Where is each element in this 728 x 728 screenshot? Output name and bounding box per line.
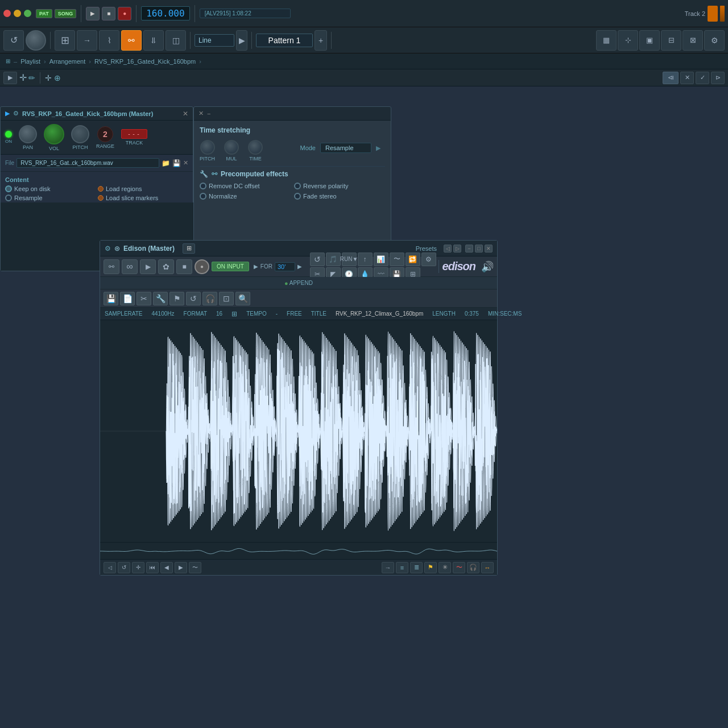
stop-button[interactable]: ■ [102, 7, 115, 20]
ts-mul-knob[interactable] [224, 140, 239, 155]
edison-next-btn[interactable]: ▷ [453, 245, 461, 253]
close-button[interactable] [3, 10, 11, 17]
range-display[interactable]: 2 [97, 126, 113, 142]
remove-dc-option[interactable]: Remove DC offset [200, 183, 291, 189]
breadcrumb-arrangement[interactable]: Arrangement [49, 58, 86, 65]
ed-stop-btn[interactable]: ■ [176, 259, 192, 274]
icon-btn-6[interactable]: ⚙ [704, 30, 725, 51]
keep-on-disk-option[interactable]: Keep on disk [5, 185, 96, 192]
speaker-icon[interactable]: 🔊 [481, 260, 494, 273]
sample-editor-expand[interactable]: ▶ [5, 110, 10, 117]
ed-link-btn[interactable]: ⚯ [104, 259, 119, 274]
ed-flower-btn[interactable]: ✿ [158, 259, 174, 274]
draw-icon[interactable]: ✏ [28, 73, 35, 82]
edison-waveform-display[interactable] [100, 320, 497, 542]
edison-prev-btn[interactable]: ◁ [444, 245, 452, 253]
ts-minimize[interactable]: − [207, 110, 210, 117]
mixer-button[interactable]: ◫ [166, 30, 186, 51]
ts-pitch-knob[interactable] [200, 140, 215, 155]
sample-editor-close[interactable]: ✕ [183, 110, 188, 118]
tool-flag[interactable]: ⚑ [169, 292, 184, 305]
edison-max-btn[interactable]: □ [475, 245, 483, 253]
load-regions-option[interactable]: Load regions [98, 185, 188, 192]
bottom-flag-btn[interactable]: ⚑ [424, 562, 437, 573]
folder-icon[interactable]: 📁 [162, 159, 170, 167]
ed-icon-tune[interactable]: ⚙ [421, 253, 436, 266]
edison-min-btn[interactable]: − [465, 245, 473, 253]
playlist-button[interactable]: ⊞ [55, 30, 75, 51]
tool-save[interactable]: 💾 [104, 292, 118, 305]
bottom-eq2[interactable]: ≣ [410, 562, 423, 573]
bottom-eq1[interactable]: ≡ [396, 562, 408, 573]
ts-close[interactable]: ✕ [198, 110, 204, 117]
pattern-add-button[interactable]: + [315, 30, 327, 51]
edison-close-btn[interactable]: ✕ [485, 245, 493, 253]
remove-dc-radio[interactable] [200, 183, 206, 189]
mini-icon-4[interactable]: ⊳ [711, 72, 725, 84]
icon-btn-1[interactable]: ▦ [596, 30, 617, 51]
select-icon[interactable]: ⊕ [54, 73, 61, 82]
bottom-arrow-btn[interactable]: ↔ [481, 562, 494, 573]
edison-gear-icon[interactable]: ⚙ [105, 245, 111, 253]
pan-knob[interactable] [19, 125, 37, 143]
ed-icon-wave[interactable]: 🎵 [326, 253, 341, 266]
pat-button[interactable]: PAT [36, 9, 52, 18]
edison-settings-icon[interactable]: ⊛ [114, 245, 120, 253]
bottom-wave2-btn[interactable]: 〜 [453, 562, 465, 573]
tool-scissors[interactable]: ✂ [136, 292, 151, 305]
undo-button[interactable]: ↺ [3, 30, 24, 51]
ed-icon-chart[interactable]: 📊 [374, 253, 388, 266]
load-regions-radio[interactable] [98, 186, 104, 192]
fade-stereo-radio[interactable] [294, 193, 301, 200]
bpm-display[interactable]: 160.000 [141, 6, 189, 20]
line-arrow-button[interactable]: ▶ [236, 30, 247, 51]
track-button[interactable]: --- [121, 129, 147, 139]
bottom-star-btn[interactable]: ✳ [439, 562, 451, 573]
maximize-button[interactable] [24, 10, 31, 17]
sample-editor-gear[interactable]: ⚙ [13, 110, 19, 117]
fade-stereo-option[interactable]: Fade stereo [294, 193, 385, 200]
tool-select[interactable]: ⊡ [219, 292, 234, 305]
move-icon[interactable]: ✛ [45, 73, 52, 82]
wrench-icon[interactable]: 🔧 [200, 170, 208, 178]
grid-icon-btn[interactable]: ⊞ [183, 243, 195, 254]
link-icon[interactable]: ⚯ [212, 170, 217, 178]
time-arrow[interactable]: ▶ [297, 263, 302, 270]
edison-mini-nav[interactable] [100, 542, 497, 559]
play-button[interactable]: ▶ [86, 7, 100, 20]
step-seq-button[interactable]: → [77, 30, 97, 51]
mini-icon-1[interactable]: ⧏ [663, 72, 679, 84]
bottom-wave[interactable]: 〜 [189, 562, 201, 573]
tool-wrench[interactable]: 🔧 [153, 292, 168, 305]
normalize-radio[interactable] [200, 193, 206, 200]
line-dropdown[interactable]: Line [195, 34, 234, 47]
vol-knob[interactable] [44, 124, 64, 144]
bottom-arrow-left[interactable]: ◁ [104, 562, 116, 573]
ed-icon-wave2[interactable]: 〜 [390, 253, 404, 266]
load-slice-option[interactable]: Load slice markers [98, 195, 188, 201]
mini-icon-3[interactable]: ✓ [696, 72, 709, 84]
bottom-next[interactable]: ▶ [175, 562, 187, 573]
ed-icon-loop[interactable]: 🔁 [406, 253, 420, 266]
ed-icon-rewind[interactable]: ↺ [310, 253, 325, 266]
browser-button[interactable]: ⥥ [143, 30, 164, 51]
mini-icon-2[interactable]: ✕ [680, 72, 694, 84]
normalize-option[interactable]: Normalize [200, 193, 291, 200]
append-label[interactable]: APPEND [289, 280, 313, 286]
save-icon[interactable]: 💾 [172, 159, 181, 167]
bottom-move[interactable]: ✛ [132, 562, 144, 573]
reverse-polarity-option[interactable]: Reverse polarity [294, 183, 385, 189]
icon-btn-4[interactable]: ⊟ [661, 30, 681, 51]
resample-option[interactable]: Resample [5, 195, 96, 201]
ed-icon-upload[interactable]: ↑ [358, 253, 373, 266]
resample-radio[interactable] [5, 195, 12, 201]
pitch-knob[interactable] [71, 125, 89, 143]
mini-play-btn[interactable]: ▶ [3, 72, 17, 84]
breadcrumb-playlist[interactable]: Playlist [20, 58, 40, 65]
record-button[interactable]: ● [118, 7, 131, 20]
song-button[interactable]: SONG [55, 9, 77, 18]
reverse-polarity-radio[interactable] [294, 183, 301, 189]
bottom-skip-start[interactable]: ⏮ [146, 562, 159, 573]
piano-roll-button[interactable]: ⌇ [99, 30, 119, 51]
bottom-headphone-btn[interactable]: 🎧 [467, 562, 479, 573]
